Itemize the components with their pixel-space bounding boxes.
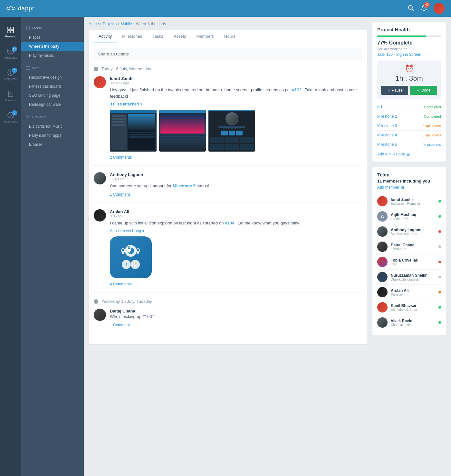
nav-item-fitness-dashboard[interactable]: Fitness dashboard [21, 82, 84, 91]
list-2 [160, 134, 205, 138]
phone-main-1 [128, 114, 155, 150]
milestone-item-2: Milestone 2 Completed [377, 112, 441, 121]
sidebar-item-payments[interactable]: $ Payments 2 [0, 108, 21, 126]
text-ionut: Hey guys, I just finished up the tweaks … [110, 87, 362, 99]
file-dropdown-icon: ▾ [142, 229, 144, 233]
top-nav-right: 40 [408, 3, 445, 14]
milestone-item-5: Milestone 5 In progress [377, 140, 441, 149]
team-member-ionut: Ionut Zamfir Bucharest, Romania [377, 194, 441, 209]
app-logo[interactable]: dappr. [6, 5, 36, 12]
tab-activity[interactable]: Activity [93, 30, 117, 43]
add-member-icon: ⊕ [401, 185, 405, 190]
nav-group-branding: Branding Biz cards for iMusic Party icon… [21, 112, 84, 149]
nav-item-redesign-car-wale[interactable]: Redesign car wale [21, 100, 84, 109]
today-label: Today 16 July, Wednesday [101, 66, 151, 71]
progress-bar-container [377, 35, 441, 37]
right-panel: Project Health 77% Complete You are work… [372, 22, 446, 471]
milestone-link-3[interactable]: Milestone 3 [377, 124, 397, 128]
add-milestone-button[interactable]: Add a milestone ⊕ [377, 152, 441, 157]
add-milestone-icon: ⊕ [406, 152, 410, 157]
nav-group-web: Web Responsive design Fitness dashboard … [21, 63, 84, 109]
milestone-status-2: Completed [424, 114, 441, 118]
milestone-link-2[interactable]: Milestone 2 [377, 114, 397, 119]
breadcrumb-home[interactable]: Home [89, 22, 99, 26]
status-dot-vivek [438, 321, 441, 324]
activity-content-baltaj: Baltaj Chana Who's picking up #1067 1 Co… [110, 309, 362, 327]
comments-arslan[interactable]: 4 Comments [110, 282, 132, 286]
tab-tasks[interactable]: Tasks [147, 30, 168, 43]
sidebar-item-requests[interactable]: Requests 5 [0, 66, 21, 84]
timer-buttons: ⏸ Pause ✓ Done [381, 86, 437, 95]
notifications-button[interactable]: 40 [421, 5, 427, 13]
sidebar-item-messages[interactable]: Messages 12 [0, 45, 21, 63]
web-icon [26, 66, 30, 70]
breadcrumb: Home › Projects › Mobile › Where's the p… [89, 22, 367, 26]
nav-item-play-my-music[interactable]: Play my music [21, 51, 84, 60]
nav-item-emailer[interactable]: Emailer [21, 140, 84, 149]
svg-point-27 [122, 249, 124, 252]
center-column: Home › Projects › Mobile › Where's the p… [89, 22, 367, 471]
link-arslan-ref[interactable]: #104 [225, 221, 234, 225]
icon-sidebar: Projects Messages 12 Requests 5 [0, 17, 21, 476]
done-button[interactable]: ✓ Done [410, 86, 437, 95]
status-dot-nuruzz [438, 276, 441, 278]
comments-ionut[interactable]: 2 Comments [110, 155, 132, 160]
milestone-link-4[interactable]: Milestone 4 [377, 133, 397, 137]
pin-right [136, 248, 140, 255]
user-avatar[interactable] [434, 3, 445, 14]
thumb-1[interactable] [110, 110, 157, 152]
milestone-link-1[interactable]: m1 [377, 105, 383, 109]
status-dot-aqib [438, 215, 441, 218]
mobile-icon [26, 26, 30, 30]
tab-milestones[interactable]: Milestones [117, 30, 147, 43]
yesterday-label: Yesterday 15 July, Tuesday [101, 299, 152, 304]
comments-anthony[interactable]: 1 Comment [110, 192, 130, 197]
task-link[interactable]: Task 120 - Sign in Screen [377, 52, 421, 57]
text-anthony-main: Can someone set up Hangout for [110, 183, 172, 188]
nav-item-biz-cards[interactable]: Biz cards for iMusic [21, 122, 84, 131]
breadcrumb-projects[interactable]: Projects [103, 22, 117, 26]
comments-baltaj[interactable]: 1 Comment [110, 323, 130, 327]
sidebar-payments-label: Payments [4, 120, 17, 123]
milestone-link-anthony[interactable]: Milestone 5 [173, 183, 196, 188]
sidebar-item-invoices[interactable]: Invoices [0, 87, 21, 105]
team-count-number: 11 members [377, 179, 402, 183]
nav-item-responsive-design[interactable]: Responsive design [21, 73, 84, 82]
member-name-anthony: Anthony Lagoon [391, 228, 435, 232]
file-attachment-arslan[interactable]: App icon ver1.png ▾ [110, 229, 362, 233]
nav-item-seo-landing[interactable]: SEO landing page [21, 91, 84, 100]
thumb-2[interactable] [159, 110, 206, 152]
team-member-tobia: Tobia Crivellari Italy [377, 254, 441, 270]
member-name-balraj: Balraj Chana [391, 243, 435, 247]
today-header: Today 16 July, Wednesday [94, 66, 362, 71]
tab-members[interactable]: Members [191, 30, 219, 43]
messages-badge: 12 [12, 46, 17, 52]
svg-rect-20 [26, 66, 30, 69]
tab-assets[interactable]: Assets [168, 30, 191, 43]
profile-grid-3 [210, 137, 254, 150]
done-icon: ✓ [417, 88, 420, 93]
top-navigation: dappr. 40 [0, 0, 451, 17]
add-member-button[interactable]: Add member ⊕ [377, 185, 441, 190]
pause-button[interactable]: ⏸ Pause [381, 86, 408, 95]
thumb-3[interactable] [208, 110, 255, 152]
team-member-kenil: Kenil Bhavsar Ahmedabad, India [377, 300, 441, 315]
files-attached-ionut[interactable]: 3 Files attached ▾ [110, 102, 362, 106]
tab-hours[interactable]: Hours [219, 30, 241, 43]
team-member-aqib: A Aqib Mushtaq London, UK [377, 209, 441, 224]
milestone-status-4: 5 spill overs [422, 133, 441, 137]
progress-percent: 77% Complete [377, 40, 441, 46]
nav-item-party-icon[interactable]: Party icon for apps [21, 131, 84, 140]
menu-item-2 [112, 118, 126, 120]
search-button[interactable] [408, 5, 414, 12]
breadcrumb-mobile[interactable]: Mobile [120, 22, 132, 26]
nav-item-places[interactable]: Places [21, 33, 84, 42]
stat-1 [221, 131, 228, 135]
share-update-input[interactable] [94, 48, 362, 60]
milestone-link-5[interactable]: Milestone 5 [377, 142, 397, 147]
link-ionut-ref[interactable]: #102 [292, 87, 302, 92]
sidebar-item-projects[interactable]: Projects [0, 23, 21, 41]
nav-item-wheres-the-party[interactable]: Where's the party [21, 42, 84, 51]
list-item-e [160, 137, 205, 138]
activity-left-arslan [94, 209, 106, 287]
